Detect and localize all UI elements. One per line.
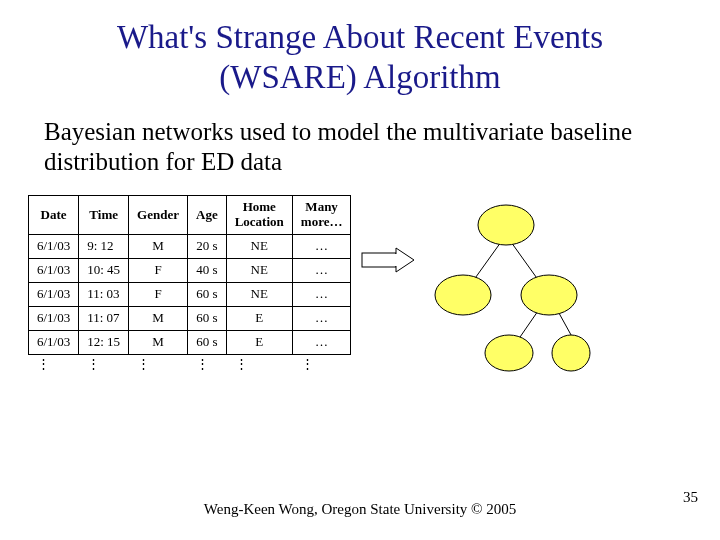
col-date: Date: [29, 196, 79, 235]
table-row: 6/1/0310: 45F40 sNE…: [29, 259, 351, 283]
content-row: Date Time Gender Age HomeLocation Manymo…: [0, 177, 720, 379]
svg-rect-2: [394, 254, 398, 266]
table-cell: 10: 45: [79, 259, 129, 283]
table-cell: E: [226, 330, 292, 354]
table-cell: 11: 03: [79, 282, 129, 306]
arrow-icon: [361, 247, 415, 277]
table-cell: …: [292, 330, 351, 354]
table-row: 6/1/039: 12M20 sNE…: [29, 235, 351, 259]
table-row: 6/1/0311: 07M60 sE…: [29, 306, 351, 330]
table-cell: 6/1/03: [29, 306, 79, 330]
table-cell: 6/1/03: [29, 235, 79, 259]
svg-point-11: [552, 335, 590, 371]
table-cell: NE: [226, 282, 292, 306]
table-cell: M: [129, 330, 188, 354]
vdots-cell: ⋮: [79, 354, 129, 374]
table-cell: 60 s: [188, 330, 227, 354]
table-cell: 20 s: [188, 235, 227, 259]
footer-credit: Weng-Keen Wong, Oregon State University …: [0, 501, 720, 518]
vdots-cell: ⋮: [188, 354, 227, 374]
svg-rect-0: [362, 253, 396, 267]
table-cell: 6/1/03: [29, 282, 79, 306]
svg-point-10: [485, 335, 533, 371]
table-row: 6/1/0311: 03F60 sNE…: [29, 282, 351, 306]
table-cell: 6/1/03: [29, 330, 79, 354]
table-cell: 9: 12: [79, 235, 129, 259]
slide-title: What's Strange About Recent Events (WSAR…: [0, 0, 720, 97]
table-cell: M: [129, 306, 188, 330]
title-line1: What's Strange About Recent Events: [117, 19, 603, 55]
table-cell: 40 s: [188, 259, 227, 283]
col-gender: Gender: [129, 196, 188, 235]
svg-marker-1: [396, 248, 414, 272]
table-cell: …: [292, 235, 351, 259]
table-cell: F: [129, 259, 188, 283]
table-cell: F: [129, 282, 188, 306]
title-line2: (WSARE) Algorithm: [219, 59, 500, 95]
svg-point-9: [521, 275, 577, 315]
vdots-cell: ⋮: [226, 354, 292, 374]
col-home-location: HomeLocation: [226, 196, 292, 235]
table-cell: …: [292, 306, 351, 330]
table-row: 6/1/0312: 15M60 sE…: [29, 330, 351, 354]
svg-point-7: [478, 205, 534, 245]
col-age: Age: [188, 196, 227, 235]
table-vdots-row: ⋮⋮⋮⋮⋮⋮: [29, 354, 351, 374]
table-cell: …: [292, 259, 351, 283]
col-many-more: Manymore…: [292, 196, 351, 235]
vdots-cell: ⋮: [292, 354, 351, 374]
vdots-cell: ⋮: [129, 354, 188, 374]
svg-point-8: [435, 275, 491, 315]
table-cell: NE: [226, 259, 292, 283]
ed-data-table: Date Time Gender Age HomeLocation Manymo…: [28, 195, 351, 375]
table-cell: NE: [226, 235, 292, 259]
table-cell: 60 s: [188, 306, 227, 330]
table-header-row: Date Time Gender Age HomeLocation Manymo…: [29, 196, 351, 235]
table-cell: 6/1/03: [29, 259, 79, 283]
bayesian-network-diagram: [421, 195, 591, 379]
slide-subtitle: Bayesian networks used to model the mult…: [0, 97, 720, 177]
table-cell: …: [292, 282, 351, 306]
table-cell: 12: 15: [79, 330, 129, 354]
table-cell: E: [226, 306, 292, 330]
table-cell: M: [129, 235, 188, 259]
vdots-cell: ⋮: [29, 354, 79, 374]
col-time: Time: [79, 196, 129, 235]
page-number: 35: [683, 489, 698, 506]
table-cell: 11: 07: [79, 306, 129, 330]
table-cell: 60 s: [188, 282, 227, 306]
